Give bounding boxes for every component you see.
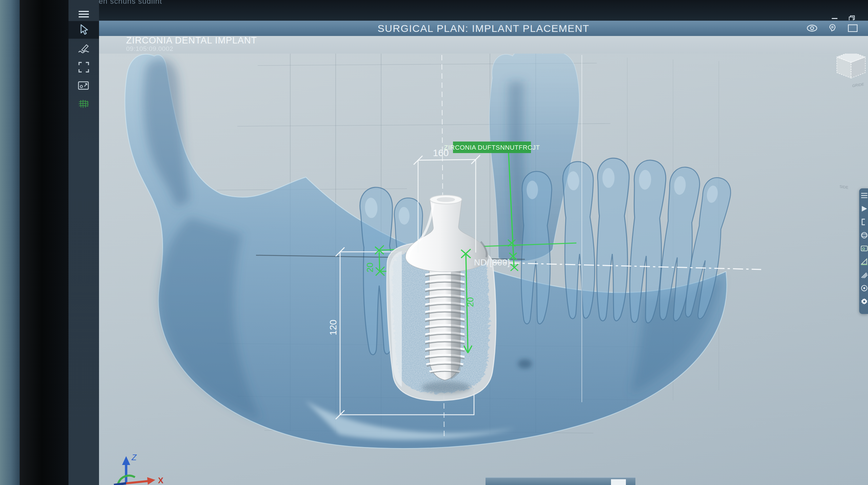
mesh-grid-icon xyxy=(78,99,90,109)
annotate-tool-button[interactable] xyxy=(68,40,99,58)
menu-button[interactable] xyxy=(68,5,99,23)
selection-frame-button[interactable] xyxy=(68,58,99,76)
dim-120-label: 120 xyxy=(328,320,338,336)
implant-name-label: ZIRCONIA DENTAL IMPLANT xyxy=(126,35,257,46)
ref-code-label: ND/[800] xyxy=(474,258,510,267)
dim-20-offset-label: 20 xyxy=(365,263,375,273)
light-bulb-icon[interactable] xyxy=(827,24,838,33)
axis-gizmo: Z X xyxy=(114,453,163,485)
viewport-3d[interactable]: 120 20 xyxy=(99,54,868,485)
orbit-globe-icon[interactable] xyxy=(861,231,868,239)
implant-annotation-label: ZIRCONIA DUFTSNNUTFRCJT xyxy=(444,144,540,151)
axis-z-label: Z xyxy=(131,453,137,462)
window-top-strip xyxy=(68,0,868,20)
side-panel-icon[interactable] xyxy=(847,24,859,33)
dim-20-depth-label: 20 xyxy=(465,297,475,307)
view-cube[interactable]: SIDE GRIDE xyxy=(837,54,865,190)
select-tool-button[interactable] xyxy=(68,21,99,39)
cursor-icon xyxy=(78,24,89,36)
settings-gear-icon[interactable] xyxy=(861,298,868,305)
snapshot-export-button[interactable] xyxy=(68,77,99,94)
mental-foramen xyxy=(518,359,532,369)
window-title: SURGICAL PLAN: IMPLANT PLACEMENT xyxy=(99,20,868,36)
right-toolbar xyxy=(859,188,868,314)
frame-bracket-icon[interactable] xyxy=(861,218,868,226)
snapshot-icon[interactable] xyxy=(861,245,868,252)
play-cursor-icon[interactable] xyxy=(861,205,868,212)
monitor-bezel xyxy=(20,0,68,485)
visibility-eye-icon[interactable] xyxy=(806,24,818,33)
bottom-panel-button[interactable] xyxy=(611,479,626,485)
hamburger-icon xyxy=(78,10,90,19)
axis-x-label: X xyxy=(158,476,163,485)
minimize-icon xyxy=(832,18,837,19)
pen-scribble-icon xyxy=(78,43,90,54)
sketch-pen-icon[interactable] xyxy=(861,271,868,279)
view-cube-right-face: GRIDE xyxy=(852,82,864,88)
implant-code-label: 09:105:09.0002 xyxy=(126,45,173,53)
menu-icon[interactable] xyxy=(861,192,868,199)
frame-corners-icon xyxy=(78,61,90,73)
mesh-grid-button[interactable] xyxy=(68,95,99,113)
view-cube-left-face: SIDE xyxy=(840,184,848,190)
measure-triangle-icon[interactable] xyxy=(861,258,868,265)
camera-eye-icon[interactable] xyxy=(861,284,868,292)
monitor-edge xyxy=(0,0,20,485)
snapshot-icon xyxy=(78,80,90,91)
